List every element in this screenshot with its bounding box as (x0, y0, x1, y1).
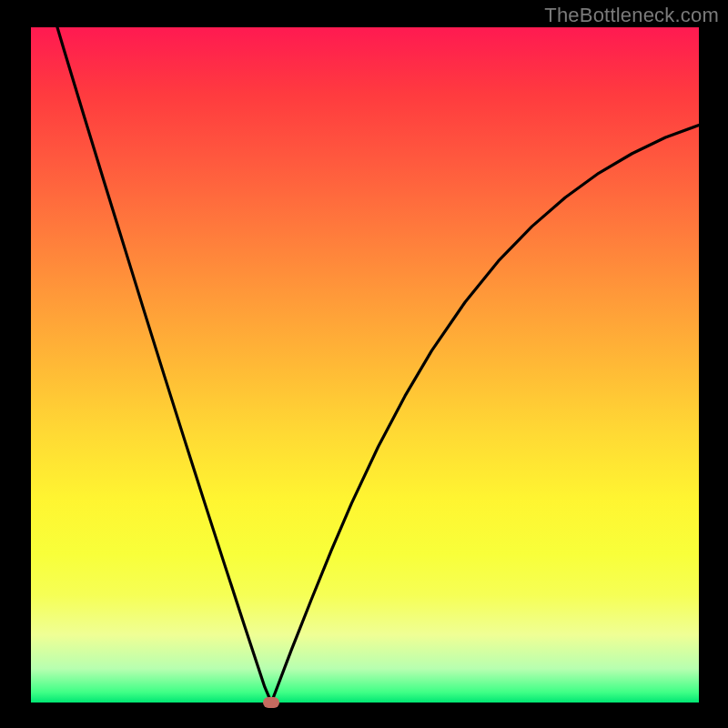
bottleneck-curve (31, 0, 699, 703)
chart-frame: TheBottleneck.com (0, 0, 728, 728)
plot-area (31, 27, 699, 703)
bottleneck-marker (263, 697, 279, 708)
curve-svg (31, 27, 699, 703)
watermark-text: TheBottleneck.com (544, 4, 719, 27)
